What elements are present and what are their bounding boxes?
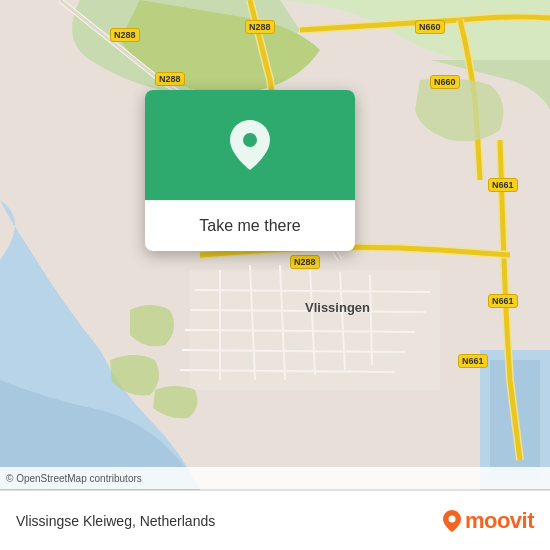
road-badge-n288-top-left: N288 <box>110 28 140 42</box>
road-badge-n661-right-lower: N661 <box>458 354 488 368</box>
road-badge-n288-top-center: N288 <box>245 20 275 34</box>
svg-point-16 <box>448 515 455 522</box>
road-badge-n660-top-right: N660 <box>415 20 445 34</box>
map-attribution: © OpenStreetMap contributors <box>0 467 550 489</box>
vlissingen-city-label: Vlissingen <box>305 300 370 315</box>
moovit-text-label: moovit <box>465 508 534 534</box>
popup-header <box>145 90 355 200</box>
moovit-logo: moovit <box>443 508 534 534</box>
road-badge-n288-mid: N288 <box>155 72 185 86</box>
bottom-bar: Vlissingse Kleiweg, Netherlands moovit <box>0 490 550 550</box>
svg-point-15 <box>243 133 257 147</box>
road-badge-n661-right-top: N661 <box>488 178 518 192</box>
moovit-pin-icon <box>443 510 461 532</box>
road-badge-n660-mid-right: N660 <box>430 75 460 89</box>
popup-action-area: Take me there <box>145 200 355 251</box>
map-container: N288 N288 N660 N660 N288 N288 N661 N661 … <box>0 0 550 490</box>
take-me-there-button[interactable]: Take me there <box>199 213 300 239</box>
location-popup: Take me there <box>145 90 355 251</box>
svg-rect-14 <box>190 270 440 390</box>
road-badge-n661-right-mid: N661 <box>488 294 518 308</box>
road-badge-n288-lower: N288 <box>290 255 320 269</box>
location-pin-icon <box>230 120 270 170</box>
location-name-label: Vlissingse Kleiweg, Netherlands <box>16 513 215 529</box>
